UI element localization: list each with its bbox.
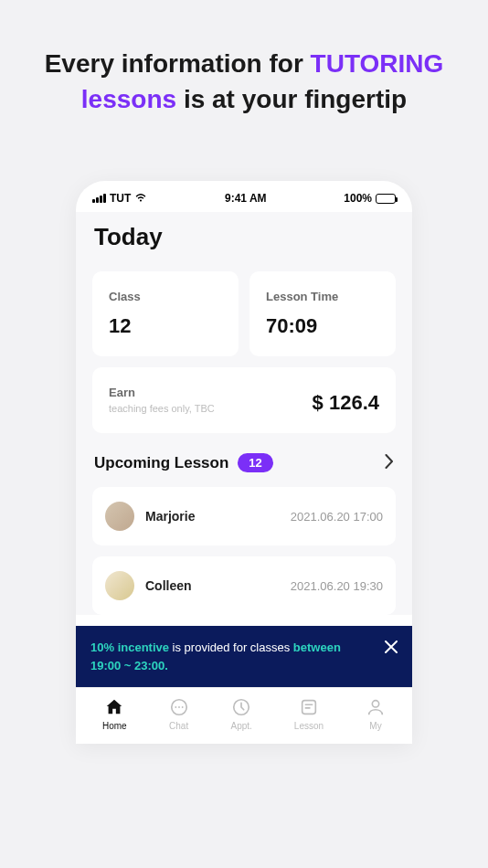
earn-card[interactable]: Earn teaching fees only, TBC $ 126.4 bbox=[92, 367, 396, 433]
avatar bbox=[105, 571, 134, 600]
carrier-label: TUT bbox=[110, 192, 131, 205]
chevron-right-icon bbox=[385, 454, 394, 472]
earn-sublabel: teaching fees only, TBC bbox=[109, 403, 215, 414]
user-icon bbox=[366, 697, 386, 717]
lesson-time-label: Lesson Time bbox=[266, 290, 379, 303]
stats-row: Class 12 Lesson Time 70:09 bbox=[92, 271, 396, 356]
wifi-icon bbox=[134, 192, 147, 205]
upcoming-lesson-header[interactable]: Upcoming Lesson 12 bbox=[92, 453, 396, 472]
signal-icon bbox=[92, 194, 106, 203]
hero-text-pre: Every information for bbox=[45, 49, 311, 78]
close-icon[interactable] bbox=[385, 639, 398, 657]
incentive-banner: 10% incentive is provided for classes be… bbox=[76, 626, 412, 687]
tab-my[interactable]: My bbox=[366, 697, 386, 731]
svg-point-6 bbox=[372, 701, 378, 707]
status-right: 100% bbox=[344, 192, 396, 205]
status-bar: TUT 9:41 AM 100% bbox=[76, 181, 412, 212]
earn-value: $ 126.4 bbox=[313, 391, 379, 415]
hero-accent-2: lessons bbox=[81, 85, 176, 113]
status-left: TUT bbox=[92, 192, 147, 205]
lesson-time-value: 70:09 bbox=[266, 314, 379, 338]
class-card[interactable]: Class 12 bbox=[92, 271, 239, 356]
tab-label: Chat bbox=[169, 721, 188, 731]
lesson-name: Colleen bbox=[145, 578, 192, 593]
page-title: Today bbox=[92, 223, 396, 251]
tab-label: Lesson bbox=[294, 721, 324, 731]
class-value: 12 bbox=[109, 314, 222, 338]
lesson-datetime: 2021.06.20 17:00 bbox=[291, 510, 383, 524]
earn-label: Earn bbox=[109, 386, 215, 399]
list-item[interactable]: Marjorie 2021.06.20 17:00 bbox=[92, 487, 396, 545]
svg-rect-5 bbox=[302, 701, 316, 715]
main-content: Today Class 12 Lesson Time 70:09 Earn te… bbox=[76, 212, 412, 615]
tab-appt[interactable]: Appt. bbox=[231, 697, 252, 731]
upcoming-count-badge: 12 bbox=[238, 453, 272, 472]
tab-label: My bbox=[369, 721, 381, 731]
banner-text: 10% incentive is provided for classes be… bbox=[90, 639, 374, 674]
lesson-icon bbox=[299, 697, 319, 717]
home-icon bbox=[104, 697, 124, 717]
hero-title: Every information for TUTORING lessons i… bbox=[27, 46, 461, 117]
tab-chat[interactable]: Chat bbox=[169, 697, 189, 731]
clock-icon bbox=[231, 697, 251, 717]
class-label: Class bbox=[109, 290, 222, 303]
svg-point-2 bbox=[178, 706, 180, 708]
upcoming-title: Upcoming Lesson bbox=[94, 454, 228, 472]
tab-label: Home bbox=[102, 721, 127, 731]
battery-icon bbox=[376, 194, 396, 204]
hero-accent-1: TUTORING bbox=[311, 49, 444, 78]
list-item[interactable]: Colleen 2021.06.20 19:30 bbox=[92, 556, 396, 615]
battery-percent: 100% bbox=[344, 192, 372, 205]
banner-highlight-1: 10% incentive bbox=[90, 640, 169, 654]
svg-point-3 bbox=[181, 706, 183, 708]
tab-bar: Home Chat Appt. Lesson My bbox=[76, 687, 412, 744]
tab-label: Appt. bbox=[231, 721, 252, 731]
lesson-time-card[interactable]: Lesson Time 70:09 bbox=[249, 271, 396, 356]
phone-frame: TUT 9:41 AM 100% Today Class 12 Lesson T… bbox=[76, 181, 412, 744]
tab-home[interactable]: Home bbox=[102, 697, 127, 731]
banner-mid: is provided for classes bbox=[169, 640, 293, 654]
avatar bbox=[105, 502, 134, 531]
hero-section: Every information for TUTORING lessons i… bbox=[0, 0, 488, 144]
lesson-name: Marjorie bbox=[145, 509, 195, 524]
lesson-datetime: 2021.06.20 19:30 bbox=[291, 579, 383, 593]
chat-icon bbox=[169, 697, 189, 717]
status-time: 9:41 AM bbox=[225, 192, 267, 205]
hero-text-post: is at your fingertip bbox=[176, 85, 407, 113]
svg-point-1 bbox=[175, 706, 176, 708]
tab-lesson[interactable]: Lesson bbox=[294, 697, 324, 731]
